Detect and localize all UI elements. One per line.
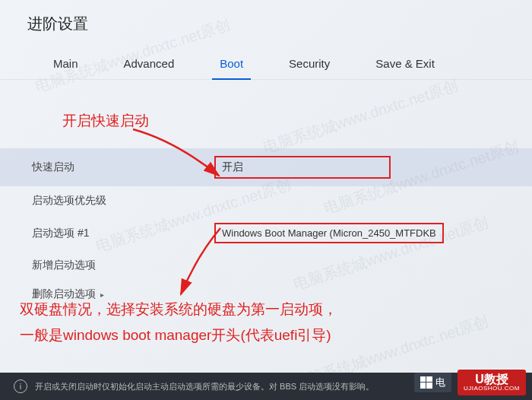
brand-right-logo: U教授 UJIAOSHOU.COM	[458, 370, 526, 395]
row-boot-priority: 启动选项优先级	[0, 186, 532, 215]
settings-panel: 快速启动 开启 启动选项优先级 启动选项 #1 Windows Boot Man…	[0, 148, 532, 309]
brand-logos: 电 U教授 UJIAOSHOU.COM	[414, 370, 526, 395]
row-fast-boot[interactable]: 快速启动 开启	[0, 148, 532, 186]
row-boot-option-1[interactable]: 启动选项 #1 Windows Boot Manager (Micron_245…	[0, 215, 532, 251]
watermark: 电脑系统城www.dnxtc.net原创	[260, 75, 461, 158]
tab-security[interactable]: Security	[266, 48, 353, 79]
boot-option-1-value: Windows Boot Manager (Micron_2450_MTFDKB	[222, 227, 436, 239]
add-boot-option-label: 新增启动选项	[32, 259, 214, 272]
footer-help-text: 开启或关闭启动时仅初始化启动主动启动选项所需的最少设备。对 BBS 启动选项没有…	[35, 381, 374, 392]
row-add-boot-option[interactable]: 新增启动选项	[0, 251, 532, 280]
boot-option-1-value-box: Windows Boot Manager (Micron_2450_MTFDKB	[214, 223, 444, 243]
boot-option-1-label: 启动选项 #1	[32, 227, 214, 240]
boot-priority-label: 启动选项优先级	[32, 194, 214, 208]
tab-boot[interactable]: Boot	[197, 48, 266, 79]
brand-left-logo: 电	[414, 373, 451, 392]
tab-advanced[interactable]: Advanced	[101, 48, 198, 79]
annotation-fast-boot: 开启快速启动	[62, 111, 149, 131]
fast-boot-value-box: 开启	[214, 156, 391, 179]
annotation-dual-disk: 双硬盘情况，选择安装系统的硬盘为第一启动项， 一般是windows boot m…	[20, 297, 337, 348]
tab-bar: Main Advanced Boot Security Save & Exit	[0, 40, 532, 80]
fast-boot-label: 快速启动	[32, 160, 214, 174]
fast-boot-value: 开启	[222, 160, 243, 173]
tab-main[interactable]: Main	[30, 48, 101, 79]
page-title: 进阶设置	[0, 0, 532, 40]
info-icon: i	[14, 379, 27, 393]
tab-save-exit[interactable]: Save & Exit	[353, 48, 458, 79]
